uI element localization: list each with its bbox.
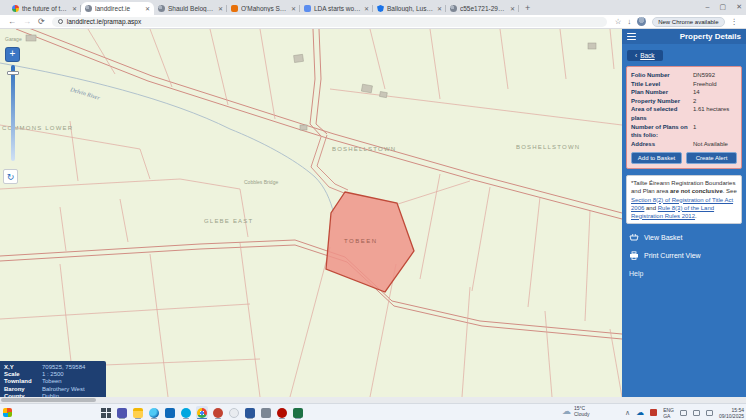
- field-label: Number of Plans on this folio:: [631, 123, 693, 140]
- tab-5[interactable]: Ballough, Lusk, County D... ✕: [373, 2, 446, 15]
- map-canvas[interactable]: Garage COMMONS LOWER Delvin River BOSHEL…: [0, 29, 622, 397]
- downloads-icon[interactable]: ↓: [627, 18, 631, 26]
- volume-icon[interactable]: [693, 410, 700, 416]
- view-basket-link[interactable]: View Basket: [629, 233, 739, 242]
- taskbar-acrobat-icon[interactable]: [276, 406, 288, 419]
- hamburger-menu-icon[interactable]: [627, 33, 636, 41]
- field-value: 14: [693, 88, 700, 97]
- tab-close-icon[interactable]: ✕: [510, 5, 515, 12]
- info-value: 709525, 759584: [42, 364, 85, 371]
- map-label-boshellstown-2: BOSHELLSTOWN: [516, 144, 580, 150]
- road: [0, 240, 622, 334]
- field-title-level: Title Level Freehold: [631, 80, 737, 89]
- create-alert-button[interactable]: Create Alert: [686, 152, 737, 164]
- property-card: Folio Number DN5992 Title Level Freehold…: [626, 66, 742, 169]
- battery-icon[interactable]: [706, 410, 713, 416]
- tab-6[interactable]: c55e1721-29d3-439e-9f... ✕: [446, 2, 519, 15]
- info-value: Tobeen: [42, 378, 62, 385]
- field-label: Area of selected plans: [631, 105, 693, 122]
- tab-close-icon[interactable]: ✕: [364, 5, 369, 12]
- tray-red-app-icon[interactable]: [650, 409, 657, 416]
- tray-overflow-chevron-icon[interactable]: ∧: [625, 409, 630, 416]
- tab-1-active[interactable]: landdirect.ie ✕: [81, 2, 154, 15]
- disclaimer-text: and: [644, 205, 657, 211]
- help-link[interactable]: Help: [629, 270, 739, 277]
- road: [0, 245, 622, 339]
- taskbar-grey-app-icon[interactable]: [260, 406, 272, 419]
- site-info-icon[interactable]: [58, 19, 63, 24]
- info-row-barony: Barony Balrothery West: [4, 386, 102, 393]
- add-to-basket-button[interactable]: Add to Basket: [631, 152, 682, 164]
- taskbar-outlook-icon[interactable]: [164, 406, 176, 419]
- property-details-panel: Property Details ‹ Back Folio Number DN5…: [622, 29, 746, 397]
- back-icon[interactable]: ←: [8, 18, 16, 26]
- map-label-boshellstown: BOSHELLSTOWN: [332, 146, 396, 152]
- back-button[interactable]: ‹ Back: [627, 50, 663, 61]
- zoom-in-button[interactable]: +: [6, 48, 19, 61]
- globe-favicon: [158, 5, 165, 12]
- taskbar-red-app-icon[interactable]: [212, 406, 224, 419]
- reload-icon[interactable]: ⟳: [38, 18, 45, 26]
- profile-avatar[interactable]: [637, 17, 646, 26]
- tab-close-icon[interactable]: ✕: [291, 5, 296, 12]
- tab-close-icon[interactable]: ✕: [437, 5, 442, 12]
- start-menu-icon[interactable]: [3, 408, 12, 417]
- field-label: Plan Number: [631, 88, 693, 97]
- taskbar-file-explorer-icon[interactable]: [132, 406, 144, 419]
- field-label: Address: [631, 140, 693, 149]
- zoom-slider-handle[interactable]: [7, 71, 19, 75]
- taskbar: ☁ 15°C Cloudy ∧ ☁ ENG GA 15:54 09/10/202…: [0, 403, 746, 420]
- address-bar[interactable]: landdirect.ie/pramap.aspx: [52, 17, 607, 27]
- taskbar-chrome-icon[interactable]: [196, 406, 208, 419]
- map-reset-button[interactable]: ↻: [3, 169, 18, 184]
- taskbar-teams-icon[interactable]: [116, 406, 128, 419]
- minimize-button[interactable]: –: [706, 3, 710, 10]
- map-info-box: X,Y 709525, 759584 Scale 1 : 2500 Townla…: [0, 361, 106, 397]
- tab-title: landdirect.ie: [95, 5, 142, 12]
- keyboard-code: GA: [663, 413, 670, 419]
- tab-0[interactable]: the future of the profess... ✕: [8, 2, 81, 15]
- map-label-cobbles-bridge: Cobbles Bridge: [244, 179, 278, 185]
- tab-close-icon[interactable]: ✕: [145, 5, 150, 12]
- map-label-garage: Garage: [5, 36, 22, 42]
- taskbar-excel-icon[interactable]: [292, 406, 304, 419]
- network-icon[interactable]: [680, 410, 687, 416]
- tab-close-icon[interactable]: ✕: [218, 5, 223, 12]
- zoom-slider-track[interactable]: [11, 65, 15, 161]
- screen: the future of the profess... ✕ landdirec…: [0, 0, 746, 420]
- clock[interactable]: 15:54 09/10/2025: [719, 407, 744, 419]
- field-value: 1: [693, 123, 696, 140]
- taskbar-settings-icon[interactable]: [228, 406, 240, 419]
- weather-widget[interactable]: ☁ 15°C Cloudy: [562, 405, 590, 417]
- globe-favicon: [85, 5, 92, 12]
- site-favicon: [231, 5, 238, 12]
- browser-tabstrip: the future of the profess... ✕ landdirec…: [0, 0, 746, 15]
- map-viewport[interactable]: Garage COMMONS LOWER Delvin River BOSHEL…: [0, 29, 622, 397]
- field-property-number: Property Number 2: [631, 97, 737, 106]
- print-view-label: Print Current View: [644, 252, 701, 259]
- scrollbar-thumb[interactable]: [1, 398, 96, 402]
- kebab-menu-icon[interactable]: ⋮: [731, 18, 739, 26]
- tab-2[interactable]: Shauld Beloggen 2021 ✕: [154, 2, 227, 15]
- print-current-view-link[interactable]: Print Current View: [629, 251, 739, 260]
- info-row-scale: Scale 1 : 2500: [4, 371, 102, 378]
- tab-4[interactable]: LDA starts work on 1,1... ✕: [300, 2, 373, 15]
- tab-3[interactable]: O'Mahonys Solicitors ✕: [227, 2, 300, 15]
- language-indicator[interactable]: ENG GA: [663, 407, 674, 419]
- onedrive-icon[interactable]: ☁: [636, 409, 644, 417]
- forward-icon[interactable]: →: [23, 18, 31, 26]
- taskbar-word-icon[interactable]: [244, 406, 256, 419]
- bookmark-star-icon[interactable]: ☆: [615, 18, 622, 26]
- date-text: 09/10/2025: [719, 413, 744, 419]
- maximize-button[interactable]: ▢: [720, 3, 727, 11]
- chrome-update-chip[interactable]: New Chrome available: [652, 17, 724, 27]
- taskbar-skype-icon[interactable]: [180, 406, 192, 419]
- tab-close-icon[interactable]: ✕: [72, 5, 77, 12]
- taskbar-start-icon[interactable]: [100, 406, 112, 419]
- tab-title: the future of the profess...: [22, 5, 69, 12]
- new-tab-button[interactable]: +: [525, 3, 530, 13]
- taskbar-edge-icon[interactable]: [148, 406, 160, 419]
- close-window-button[interactable]: ✕: [736, 3, 742, 11]
- google-favicon: [12, 5, 19, 12]
- tab-title: Shauld Beloggen 2021: [168, 5, 215, 12]
